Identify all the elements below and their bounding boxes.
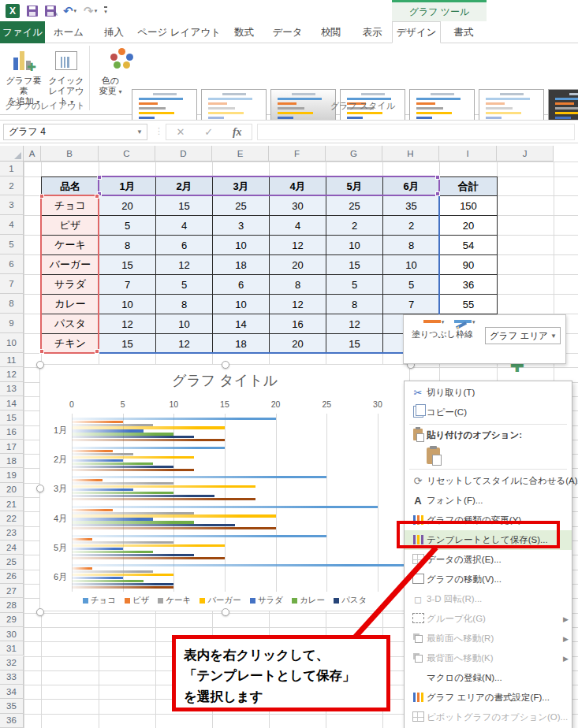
table-total-cell[interactable]: 55	[439, 294, 498, 314]
chart-bar[interactable]	[72, 421, 123, 423]
menu-item[interactable]: ✂切り取り(T)	[405, 383, 572, 403]
fill-color-button[interactable]: ▾ 塗りつぶし	[412, 319, 456, 340]
menu-item[interactable]: テンプレートとして保存(S)...	[405, 530, 572, 550]
table-value-cell[interactable]: 20	[99, 195, 156, 216]
table-name-cell[interactable]: チョコ	[41, 195, 99, 216]
menu-item[interactable]: Aフォント(F)...	[405, 491, 572, 511]
row-header-18[interactable]: 18	[0, 454, 24, 468]
menu-item[interactable]: ⟳リセットしてスタイルに合わせる(A)	[405, 471, 572, 491]
column-header-E[interactable]: E	[212, 146, 269, 162]
table-name-cell[interactable]: サラダ	[41, 274, 99, 295]
table-value-cell[interactable]: 6	[155, 235, 213, 255]
table-name-cell[interactable]: パスタ	[41, 314, 99, 334]
table-total-cell[interactable]: 54	[439, 235, 498, 255]
save-as-icon[interactable]: ✎	[45, 6, 56, 17]
column-header-H[interactable]: H	[382, 146, 439, 162]
chart-legend[interactable]: チョコピザケーキバーガーサラダカレーパスタ	[40, 595, 409, 606]
chart-bar[interactable]	[72, 429, 144, 432]
table-value-cell[interactable]: 16	[269, 314, 326, 334]
legend-item[interactable]: バーガー	[200, 595, 241, 606]
table-value-cell[interactable]: 15	[326, 254, 383, 275]
table-value-cell[interactable]: 12	[155, 333, 213, 354]
tab-ページ レイアウト[interactable]: ページ レイアウト	[136, 21, 222, 43]
name-box-dropdown-icon[interactable]: ▼	[136, 128, 143, 136]
row-header-3[interactable]: 3	[0, 195, 24, 215]
table-value-cell[interactable]: 10	[326, 235, 383, 255]
redo-icon[interactable]: ↷▾	[84, 4, 97, 18]
chart-area[interactable]: グラフ タイトル 0510152025301月2月3月4月5月6月 チョコピザケ…	[39, 364, 410, 611]
row-header-29[interactable]: 29	[0, 613, 24, 627]
table-value-cell[interactable]: 5	[155, 274, 213, 295]
table-value-cell[interactable]: 8	[155, 294, 213, 314]
legend-item[interactable]: サラダ	[250, 595, 283, 606]
chart-bar[interactable]	[72, 476, 326, 478]
legend-item[interactable]: ケーキ	[158, 595, 191, 606]
column-header-I[interactable]: I	[439, 146, 497, 162]
insert-function-icon[interactable]: fx	[233, 126, 242, 139]
row-header-30[interactable]: 30	[0, 627, 24, 641]
table-value-cell[interactable]: 12	[269, 235, 326, 255]
table-header-cell[interactable]: 4月	[269, 176, 326, 196]
chart-bar[interactable]	[72, 492, 173, 494]
table-header-cell[interactable]: 1月	[99, 176, 156, 196]
chart-bar[interactable]	[72, 506, 378, 508]
row-header-36[interactable]: 36	[0, 714, 24, 728]
chart-bar[interactable]	[72, 512, 194, 514]
table-value-cell[interactable]: 30	[269, 195, 326, 216]
row-header-35[interactable]: 35	[0, 699, 24, 713]
table-value-cell[interactable]: 2	[326, 215, 383, 236]
legend-item[interactable]: カレー	[292, 595, 325, 606]
chart-bar[interactable]	[72, 485, 255, 488]
row-header-13[interactable]: 13	[0, 382, 24, 396]
chart-bar[interactable]	[72, 557, 225, 559]
table-value-cell[interactable]: 20	[269, 333, 326, 354]
tab-ホーム[interactable]: ホーム	[45, 21, 92, 43]
row-header-11[interactable]: 11	[0, 353, 24, 367]
table-total-cell[interactable]: 20	[439, 215, 498, 236]
chart-bar[interactable]	[72, 453, 133, 455]
table-value-cell[interactable]: 10	[99, 294, 156, 314]
row-header-5[interactable]: 5	[0, 235, 24, 254]
table-value-cell[interactable]: 25	[326, 195, 383, 216]
chart-bar[interactable]	[72, 509, 113, 511]
table-total-cell[interactable]: 150	[439, 195, 498, 216]
table-value-cell[interactable]: 7	[382, 294, 440, 314]
row-header-23[interactable]: 23	[0, 526, 24, 540]
chart-bar[interactable]	[72, 570, 153, 573]
chart-bar[interactable]	[72, 577, 123, 579]
chart-bar[interactable]	[72, 479, 103, 481]
chart-bar[interactable]	[72, 580, 144, 582]
chart-resize-handle[interactable]	[222, 361, 229, 369]
enter-icon[interactable]: ✓	[204, 126, 213, 138]
chart-bar[interactable]	[72, 488, 133, 491]
table-value-cell[interactable]: 7	[99, 274, 156, 295]
table-header-cell[interactable]: 3月	[212, 176, 270, 196]
chart-bar[interactable]	[72, 583, 173, 585]
row-header-2[interactable]: 2	[0, 176, 24, 195]
tab-書式[interactable]: 書式	[441, 21, 487, 43]
table-value-cell[interactable]: 20	[269, 254, 326, 275]
row-header-26[interactable]: 26	[0, 570, 24, 584]
menu-item[interactable]: グラフの移動(V)...	[405, 570, 572, 589]
chart-bar[interactable]	[72, 548, 123, 550]
chart-bar[interactable]	[72, 535, 326, 537]
row-header-17[interactable]: 17	[0, 440, 24, 454]
outline-color-button[interactable]: ▾ 枠線	[454, 319, 475, 340]
menu-item[interactable]: データの選択(E)...	[405, 550, 572, 570]
table-value-cell[interactable]: 14	[212, 314, 270, 334]
chart-resize-handle[interactable]	[36, 485, 44, 492]
chart-bar[interactable]	[72, 418, 276, 420]
table-value-cell[interactable]: 4	[269, 215, 326, 236]
table-header-cell[interactable]: 合計	[439, 176, 498, 196]
column-header-D[interactable]: D	[155, 146, 212, 162]
table-value-cell[interactable]: 2	[382, 215, 440, 236]
chart-title[interactable]: グラフ タイトル	[40, 371, 409, 390]
column-header-C[interactable]: C	[99, 146, 155, 162]
row-header-27[interactable]: 27	[0, 584, 24, 598]
excel-logo-icon[interactable]: X	[6, 4, 20, 18]
table-value-cell[interactable]: 10	[212, 294, 270, 314]
row-header-12[interactable]: 12	[0, 367, 24, 381]
chart-bar[interactable]	[72, 439, 225, 441]
chart-bar[interactable]	[72, 544, 225, 547]
row-header-4[interactable]: 4	[0, 215, 24, 235]
